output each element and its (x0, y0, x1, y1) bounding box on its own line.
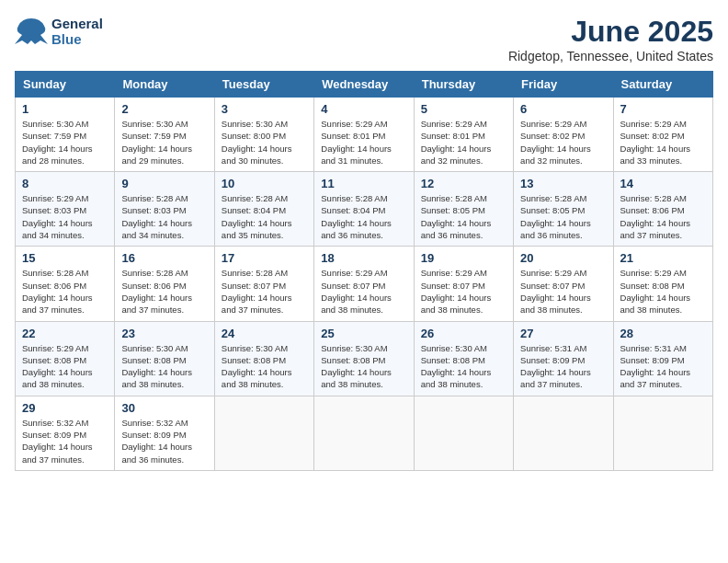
day-number: 10 (222, 177, 307, 190)
day-info: Sunrise: 5:30 AM Sunset: 8:08 PM Dayligh… (421, 342, 506, 391)
calendar-week-row: 22 Sunrise: 5:29 AM Sunset: 8:08 PM Dayl… (16, 321, 713, 396)
day-info: Sunrise: 5:28 AM Sunset: 8:04 PM Dayligh… (321, 192, 406, 241)
day-number: 22 (22, 327, 108, 340)
day-info: Sunrise: 5:28 AM Sunset: 8:03 PM Dayligh… (121, 192, 207, 241)
calendar-week-row: 29 Sunrise: 5:32 AM Sunset: 8:09 PM Dayl… (16, 396, 713, 470)
day-info: Sunrise: 5:30 AM Sunset: 8:08 PM Dayligh… (222, 342, 307, 391)
calendar-day-cell: 12 Sunrise: 5:28 AM Sunset: 8:05 PM Dayl… (414, 172, 513, 247)
day-number: 11 (321, 177, 406, 190)
calendar-week-row: 8 Sunrise: 5:29 AM Sunset: 8:03 PM Dayli… (16, 172, 713, 247)
day-info: Sunrise: 5:29 AM Sunset: 8:02 PM Dayligh… (620, 118, 706, 167)
logo: General Blue (15, 15, 103, 48)
calendar-day-cell: 13 Sunrise: 5:28 AM Sunset: 8:05 PM Dayl… (514, 172, 613, 247)
day-info: Sunrise: 5:29 AM Sunset: 8:08 PM Dayligh… (22, 342, 108, 391)
calendar-day-cell: 6 Sunrise: 5:29 AM Sunset: 8:02 PM Dayli… (514, 98, 613, 172)
weekday-header: Thursday (414, 72, 513, 98)
day-info: Sunrise: 5:28 AM Sunset: 8:06 PM Dayligh… (22, 267, 108, 316)
logo-bird-icon (15, 15, 48, 48)
day-number: 14 (620, 177, 706, 190)
calendar-day-cell: 22 Sunrise: 5:29 AM Sunset: 8:08 PM Dayl… (16, 321, 115, 396)
calendar-day-cell: 30 Sunrise: 5:32 AM Sunset: 8:09 PM Dayl… (115, 396, 214, 470)
day-number: 2 (121, 102, 207, 116)
day-number: 16 (121, 251, 207, 265)
calendar-day-cell: 24 Sunrise: 5:30 AM Sunset: 8:08 PM Dayl… (214, 321, 313, 396)
weekday-header: Saturday (613, 72, 712, 98)
day-number: 29 (22, 401, 108, 415)
day-info: Sunrise: 5:32 AM Sunset: 8:09 PM Dayligh… (22, 417, 108, 465)
day-number: 20 (520, 251, 606, 265)
day-number: 28 (620, 327, 706, 340)
day-info: Sunrise: 5:28 AM Sunset: 8:05 PM Dayligh… (520, 192, 606, 241)
calendar-day-cell: 15 Sunrise: 5:28 AM Sunset: 8:06 PM Dayl… (16, 247, 115, 321)
day-info: Sunrise: 5:28 AM Sunset: 8:06 PM Dayligh… (121, 267, 207, 316)
day-number: 30 (121, 401, 207, 415)
calendar-day-cell: 14 Sunrise: 5:28 AM Sunset: 8:06 PM Dayl… (613, 172, 712, 247)
day-info: Sunrise: 5:30 AM Sunset: 8:08 PM Dayligh… (121, 342, 207, 391)
title-area: June 2025 Ridgetop, Tennessee, United St… (508, 15, 713, 63)
day-number: 3 (222, 102, 307, 116)
day-info: Sunrise: 5:31 AM Sunset: 8:09 PM Dayligh… (620, 342, 706, 391)
calendar-day-cell: 16 Sunrise: 5:28 AM Sunset: 8:06 PM Dayl… (115, 247, 214, 321)
day-number: 21 (620, 251, 706, 265)
calendar-day-cell: 29 Sunrise: 5:32 AM Sunset: 8:09 PM Dayl… (16, 396, 115, 470)
day-info: Sunrise: 5:31 AM Sunset: 8:09 PM Dayligh… (520, 342, 606, 391)
calendar-day-cell: 1 Sunrise: 5:30 AM Sunset: 7:59 PM Dayli… (16, 98, 115, 172)
calendar-day-cell: 28 Sunrise: 5:31 AM Sunset: 8:09 PM Dayl… (613, 321, 712, 396)
day-number: 25 (321, 327, 406, 340)
calendar-table: SundayMondayTuesdayWednesdayThursdayFrid… (15, 71, 713, 471)
day-number: 12 (421, 177, 506, 190)
calendar-day-cell: 17 Sunrise: 5:28 AM Sunset: 8:07 PM Dayl… (214, 247, 313, 321)
day-info: Sunrise: 5:30 AM Sunset: 8:00 PM Dayligh… (222, 118, 307, 167)
day-info: Sunrise: 5:28 AM Sunset: 8:07 PM Dayligh… (222, 267, 307, 316)
day-number: 26 (421, 327, 506, 340)
calendar-day-cell (414, 396, 513, 470)
day-info: Sunrise: 5:30 AM Sunset: 7:59 PM Dayligh… (22, 118, 108, 167)
logo-line1: General (51, 16, 103, 31)
calendar-day-cell: 10 Sunrise: 5:28 AM Sunset: 8:04 PM Dayl… (214, 172, 313, 247)
day-number: 4 (321, 102, 406, 116)
calendar-day-cell: 7 Sunrise: 5:29 AM Sunset: 8:02 PM Dayli… (613, 98, 712, 172)
day-info: Sunrise: 5:29 AM Sunset: 8:01 PM Dayligh… (321, 118, 406, 167)
page-header: General Blue June 2025 Ridgetop, Tenness… (15, 15, 713, 63)
calendar-day-cell: 27 Sunrise: 5:31 AM Sunset: 8:09 PM Dayl… (514, 321, 613, 396)
calendar-day-cell: 11 Sunrise: 5:28 AM Sunset: 8:04 PM Dayl… (314, 172, 414, 247)
calendar-day-cell: 2 Sunrise: 5:30 AM Sunset: 7:59 PM Dayli… (115, 98, 214, 172)
logo-line2: Blue (51, 31, 103, 47)
day-number: 15 (22, 251, 108, 265)
calendar-day-cell (214, 396, 313, 470)
calendar-week-row: 1 Sunrise: 5:30 AM Sunset: 7:59 PM Dayli… (16, 98, 713, 172)
calendar-day-cell: 20 Sunrise: 5:29 AM Sunset: 8:07 PM Dayl… (514, 247, 613, 321)
weekday-header: Friday (514, 72, 613, 98)
day-info: Sunrise: 5:28 AM Sunset: 8:04 PM Dayligh… (222, 192, 307, 241)
calendar-day-cell (314, 396, 414, 470)
calendar-day-cell: 21 Sunrise: 5:29 AM Sunset: 8:08 PM Dayl… (613, 247, 712, 321)
calendar-day-cell: 18 Sunrise: 5:29 AM Sunset: 8:07 PM Dayl… (314, 247, 414, 321)
day-number: 5 (421, 102, 506, 116)
day-info: Sunrise: 5:30 AM Sunset: 8:08 PM Dayligh… (321, 342, 406, 391)
day-number: 13 (520, 177, 606, 190)
calendar-day-cell: 3 Sunrise: 5:30 AM Sunset: 8:00 PM Dayli… (214, 98, 313, 172)
weekday-header: Monday (115, 72, 214, 98)
calendar-day-cell: 26 Sunrise: 5:30 AM Sunset: 8:08 PM Dayl… (414, 321, 513, 396)
calendar-day-cell: 8 Sunrise: 5:29 AM Sunset: 8:03 PM Dayli… (16, 172, 115, 247)
calendar-day-cell: 23 Sunrise: 5:30 AM Sunset: 8:08 PM Dayl… (115, 321, 214, 396)
calendar-day-cell (613, 396, 712, 470)
weekday-header: Sunday (16, 72, 115, 98)
month-title: June 2025 (508, 15, 713, 49)
day-number: 18 (321, 251, 406, 265)
calendar-day-cell: 5 Sunrise: 5:29 AM Sunset: 8:01 PM Dayli… (414, 98, 513, 172)
calendar-day-cell: 4 Sunrise: 5:29 AM Sunset: 8:01 PM Dayli… (314, 98, 414, 172)
day-info: Sunrise: 5:29 AM Sunset: 8:01 PM Dayligh… (421, 118, 506, 167)
weekday-header: Tuesday (214, 72, 313, 98)
day-number: 19 (421, 251, 506, 265)
day-info: Sunrise: 5:32 AM Sunset: 8:09 PM Dayligh… (121, 417, 207, 465)
day-number: 6 (520, 102, 606, 116)
day-info: Sunrise: 5:29 AM Sunset: 8:02 PM Dayligh… (520, 118, 606, 167)
day-number: 17 (222, 251, 307, 265)
day-number: 27 (520, 327, 606, 340)
day-info: Sunrise: 5:29 AM Sunset: 8:08 PM Dayligh… (620, 267, 706, 316)
calendar-week-row: 15 Sunrise: 5:28 AM Sunset: 8:06 PM Dayl… (16, 247, 713, 321)
day-info: Sunrise: 5:29 AM Sunset: 8:07 PM Dayligh… (321, 267, 406, 316)
weekday-header: Wednesday (314, 72, 414, 98)
calendar-day-cell (514, 396, 613, 470)
